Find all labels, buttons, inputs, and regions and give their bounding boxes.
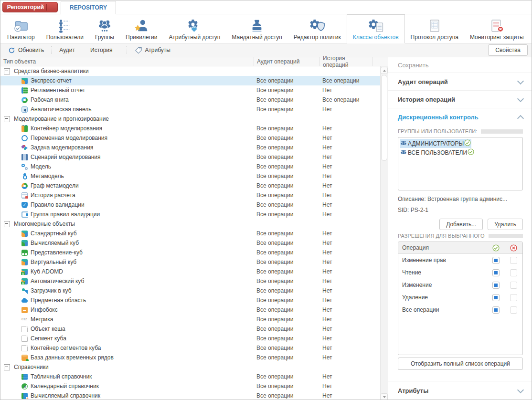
ribbon-item-policy-editor[interactable]: Редактор политик bbox=[288, 14, 347, 43]
groups-icon bbox=[96, 19, 114, 33]
collapse-toggle[interactable] bbox=[4, 68, 10, 74]
tree-item-row[interactable]: МетрикаВсе операцииНет bbox=[0, 315, 380, 324]
deny-checkbox[interactable] bbox=[510, 294, 517, 301]
tree-item-row[interactable]: МетамодельВсе операцииНет bbox=[0, 171, 380, 181]
tab-bar: Репозиторий REPOSITORY bbox=[0, 0, 532, 14]
ribbon-item-navigator[interactable]: Навигатор bbox=[1, 14, 41, 43]
tree-item-row[interactable]: Виртуальный кубВсе операцииНет bbox=[0, 257, 380, 267]
tree-item-row[interactable]: ИнфобоксВсе операцииНет bbox=[0, 305, 380, 315]
collapse-toggle[interactable] bbox=[4, 364, 10, 370]
ribbon-item-users[interactable]: Пользователи bbox=[41, 14, 89, 43]
tree-item-row[interactable]: Экспресс-отчетВсе операцииВсе операции bbox=[0, 76, 380, 85]
allow-checkbox[interactable] bbox=[492, 257, 500, 264]
show-full-operation-list-button[interactable]: Отобразить полный список операций bbox=[398, 358, 523, 370]
collapse-toggle[interactable] bbox=[4, 221, 10, 227]
security-monitoring-icon bbox=[488, 19, 506, 33]
ribbon-item-privileges[interactable]: Привилегии bbox=[120, 14, 163, 43]
delete-button[interactable]: Удалить bbox=[488, 219, 523, 230]
tree-item-row[interactable]: Правило валидацииВсе операцииНет bbox=[0, 200, 380, 210]
column-header-type[interactable]: Тип объекта bbox=[0, 57, 254, 66]
tree-category-row[interactable]: Средства бизнес-аналитики bbox=[0, 66, 380, 76]
tree-item-row[interactable]: Загрузчик в кубВсе операцииНет bbox=[0, 286, 380, 295]
tree-item-row[interactable]: Табличный справочникВсе операцииНет bbox=[0, 372, 380, 381]
column-header-audit[interactable]: Аудит операций bbox=[254, 57, 319, 66]
ribbon-item-label: Группы bbox=[95, 34, 114, 41]
tree-item-row[interactable]: Группа правил валидацииВсе операцииНет bbox=[0, 210, 380, 219]
group-list-item[interactable]: ВСЕ ПОЛЬЗОВАТЕЛИ bbox=[400, 148, 475, 157]
ribbon-item-object-classes[interactable]: Классы объектов bbox=[347, 14, 405, 43]
allow-checkbox[interactable] bbox=[492, 306, 500, 314]
column-header-history[interactable]: История операций bbox=[319, 57, 372, 66]
tree-item-row[interactable]: Задача моделированияВсе операцииНет bbox=[0, 143, 380, 152]
tree-item-row[interactable]: Сценарий моделированияВсе операцииНет bbox=[0, 152, 380, 162]
history-dropdown[interactable]: История bbox=[86, 45, 123, 55]
tree-item-row[interactable]: Вычисляемый справочникВсе операцииНет bbox=[0, 391, 380, 400]
ribbon-item-mandatory-access[interactable]: Мандатный доступ bbox=[226, 14, 287, 43]
dashboard-icon bbox=[21, 106, 28, 113]
cell-object-type: Инфобокс bbox=[0, 306, 254, 313]
refresh-button[interactable]: Обновить bbox=[4, 45, 48, 55]
tree-item-row[interactable]: МодельВсе операцииНет bbox=[0, 162, 380, 171]
tree-item-row[interactable]: Объект кешаВсе операцииНет bbox=[0, 324, 380, 334]
allow-checkbox[interactable] bbox=[492, 269, 500, 276]
allow-checkbox[interactable] bbox=[492, 294, 500, 301]
deny-checkbox[interactable] bbox=[510, 257, 517, 264]
section-history-operations[interactable]: История операций bbox=[388, 91, 532, 108]
calc-history-icon bbox=[21, 192, 28, 199]
tree-item-row[interactable]: Контейнер сегментов кубаВсе операцииНет bbox=[0, 343, 380, 353]
tree-item-row[interactable]: История расчетаВсе операцииНет bbox=[0, 190, 380, 200]
tree-item-row[interactable]: Сегмент кубаВсе операцииНет bbox=[0, 334, 380, 343]
ribbon-item-attribute-access[interactable]: Атрибутный доступ bbox=[163, 14, 226, 43]
tree-item-row[interactable]: Аналитическая панельВсе операцииНет bbox=[0, 105, 380, 114]
vertical-scrollbar[interactable] bbox=[380, 66, 388, 400]
group-list-item[interactable]: АДМИНИСТРАТОРЫ bbox=[400, 139, 471, 148]
tree-item-row[interactable]: Переменная моделированияВсе операцииНет bbox=[0, 133, 380, 143]
tree-item-row[interactable]: Вычисляемый кубВсе операцииНет bbox=[0, 238, 380, 248]
tree-item-row[interactable]: Регламентный отчетВсе операцииНет bbox=[0, 85, 380, 95]
ribbon-item-groups[interactable]: Группы bbox=[89, 14, 120, 43]
section-discretionary-control[interactable]: Дискреционный контроль bbox=[388, 108, 532, 126]
group-icon bbox=[400, 149, 407, 156]
tree-item-row[interactable]: Автоматический кубВсе операцииНет bbox=[0, 276, 380, 286]
ribbon-item-access-protocol[interactable]: Протокол доступа bbox=[405, 14, 464, 43]
tree-item-row[interactable]: База данных временных рядовВсе операцииН… bbox=[0, 353, 380, 362]
properties-button[interactable]: Свойства bbox=[488, 44, 528, 56]
scroll-up-button[interactable] bbox=[381, 67, 388, 74]
section-dac-label: Дискреционный контроль bbox=[398, 114, 479, 121]
timeseries-db-icon bbox=[21, 355, 28, 361]
tree-item-row[interactable]: Куб ADOMDВсе операцииНет bbox=[0, 267, 380, 276]
collapse-toggle[interactable] bbox=[4, 116, 10, 122]
tree-item-row[interactable]: Предметная областьВсе операцииНет bbox=[0, 295, 380, 305]
allow-checkbox[interactable] bbox=[492, 282, 500, 289]
deny-checkbox[interactable] bbox=[510, 269, 517, 276]
section-attributes[interactable]: Атрибуты bbox=[388, 381, 532, 400]
tree-item-row[interactable]: Граф метамоделиВсе операцииНет bbox=[0, 181, 380, 190]
deny-x-circle-icon bbox=[510, 244, 517, 252]
tree-category-row[interactable]: Справочники bbox=[0, 362, 380, 372]
cell-object-type: Стандартный куб bbox=[0, 230, 254, 237]
save-button[interactable]: Сохранить bbox=[388, 57, 532, 73]
column-menu-button[interactable] bbox=[372, 57, 380, 66]
tree-category-row[interactable]: Многомерные объекты bbox=[0, 219, 380, 229]
deny-checkbox[interactable] bbox=[510, 282, 517, 289]
add-button[interactable]: Добавить... bbox=[439, 219, 483, 230]
cell-audit-operations: Все операции bbox=[254, 306, 319, 313]
repository-menu-button[interactable]: Репозиторий bbox=[2, 2, 58, 12]
tab-repository[interactable]: REPOSITORY bbox=[61, 1, 116, 14]
scrollbar-thumb[interactable] bbox=[381, 75, 387, 161]
calc-dictionary-icon bbox=[21, 393, 28, 399]
tree-item-row[interactable]: Стандартный кубВсе операцииНет bbox=[0, 229, 380, 238]
tree-item-row[interactable]: Календарный справочникВсе операцииНет bbox=[0, 381, 380, 391]
attributes-button[interactable]: Атрибуты bbox=[131, 45, 174, 55]
ribbon-item-security-monitoring[interactable]: Мониторинг защиты bbox=[464, 14, 530, 43]
section-audit-operations[interactable]: Аудит операций bbox=[388, 73, 532, 91]
groups-listbox[interactable]: АДМИНИСТРАТОРЫВСЕ ПОЛЬЗОВАТЕЛИ bbox=[398, 137, 523, 190]
tree-item-row[interactable]: Контейнер моделированияВсе операцииНет bbox=[0, 124, 380, 133]
audit-dropdown[interactable]: Аудит bbox=[55, 45, 85, 55]
scroll-down-button[interactable] bbox=[381, 393, 388, 400]
tree-category-row[interactable]: Моделирование и прогнозирование bbox=[0, 114, 380, 124]
ribbon-item-service[interactable]: Сервис bbox=[530, 14, 532, 43]
tree-item-row[interactable]: Рабочая книгаВсе операцииВсе операции bbox=[0, 95, 380, 105]
tree-item-row[interactable]: Представление-кубВсе операцииНет bbox=[0, 248, 380, 257]
deny-checkbox[interactable] bbox=[510, 306, 517, 314]
